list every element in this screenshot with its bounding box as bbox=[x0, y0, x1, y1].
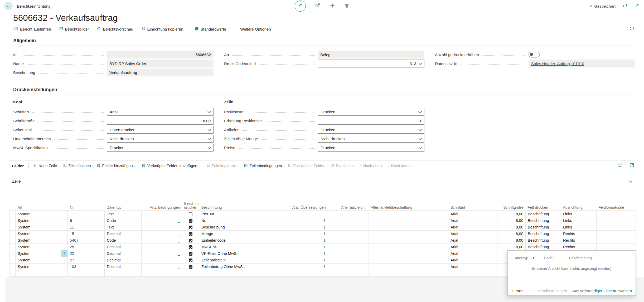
schriftart-select[interactable]: Arial bbox=[107, 108, 214, 116]
row-selector[interactable] bbox=[10, 211, 16, 217]
header-alternativfeldbeschriftung[interactable]: Alternativfeldbeschriftung bbox=[369, 201, 448, 211]
cell-art[interactable]: System bbox=[16, 257, 61, 264]
header-fett-drucken[interactable]: Fett drucken bbox=[526, 201, 561, 211]
row-selector[interactable] bbox=[10, 270, 16, 277]
cell-art[interactable]: System bbox=[16, 217, 61, 224]
cell-alternativfeldbeschriftung[interactable] bbox=[369, 244, 448, 250]
row-selector[interactable] bbox=[10, 237, 16, 244]
cell-datentyp[interactable]: Text bbox=[105, 211, 142, 217]
cell-beschriftung-drucken[interactable] bbox=[182, 231, 199, 237]
cell-alternativfeldbeschriftung[interactable] bbox=[369, 250, 448, 257]
cell-ausrichtung[interactable]: Links bbox=[561, 224, 597, 231]
cell-feldformatcode[interactable] bbox=[597, 224, 636, 231]
cell-schriftgroesse[interactable]: 8,00 bbox=[497, 217, 526, 224]
cell-anz-uebersetzungen[interactable] bbox=[289, 270, 328, 277]
add-linked-fields-button[interactable]: Verknüpfte Felder hinzufügen... bbox=[142, 163, 201, 168]
header-art[interactable]: Art bbox=[16, 201, 61, 211]
cell-anz-bedingungen[interactable]: _ bbox=[142, 211, 182, 217]
back-button[interactable]: ← bbox=[4, 2, 13, 10]
cell-anz-uebersetzungen[interactable]: 1 bbox=[289, 244, 328, 250]
header-anz-bedingungen[interactable]: Anz. Bedingungen bbox=[142, 201, 182, 211]
cell-schriftgroesse[interactable]: 8,00 bbox=[497, 244, 526, 250]
cell-alternativfeldbeschriftung[interactable] bbox=[369, 237, 448, 244]
share-button[interactable] bbox=[315, 3, 321, 9]
cell-anz-bedingungen[interactable]: _ bbox=[142, 244, 182, 250]
cell-alternativfeldnr[interactable] bbox=[328, 264, 369, 270]
cell-anz-uebersetzungen[interactable]: 1 bbox=[289, 250, 328, 257]
info-button[interactable] bbox=[630, 26, 634, 32]
row-menu-cell[interactable] bbox=[61, 237, 68, 244]
druck-codeunit-combobox[interactable]: 313 bbox=[318, 60, 424, 67]
header-datentyp[interactable]: Datentyp bbox=[105, 201, 142, 211]
anzahl-gedruckt-toggle[interactable] bbox=[529, 52, 540, 57]
cell-anz-uebersetzungen[interactable]: 1 bbox=[289, 237, 328, 244]
allgemein-title[interactable]: Allgemein bbox=[9, 38, 635, 46]
cell-nr[interactable]: 6 bbox=[68, 217, 105, 224]
cell-schriftart[interactable]: Arial bbox=[448, 224, 497, 231]
datensatz-link[interactable]: Sales Header: Auftrag,101010 bbox=[531, 61, 584, 66]
cell-datentyp[interactable]: Decimal bbox=[105, 250, 142, 257]
share-grid-button[interactable] bbox=[618, 163, 623, 169]
row-selector[interactable] bbox=[10, 264, 16, 270]
new-button[interactable] bbox=[330, 3, 335, 9]
cell-art[interactable]: System bbox=[16, 250, 61, 257]
line-conditions-button[interactable]: Zeilenbedingungen bbox=[244, 163, 282, 168]
popup-col-beschreibung[interactable]: Beschreibung bbox=[569, 256, 592, 260]
cell-schriftgroesse[interactable]: 8,00 bbox=[497, 224, 526, 231]
cell-beschriftung[interactable]: Beschreibung bbox=[199, 224, 289, 231]
checkbox[interactable] bbox=[189, 226, 192, 229]
unterschriftenbereich-select[interactable]: Nicht drucken bbox=[107, 135, 214, 143]
erhoehung-positionsnr-input[interactable]: 1 bbox=[318, 117, 424, 125]
view-selector[interactable]: Zeile bbox=[9, 177, 635, 185]
cell-anz-bedingungen[interactable]: _ bbox=[142, 217, 182, 224]
cell-ausrichtung[interactable]: Links bbox=[561, 217, 597, 224]
select-from-full-list-link[interactable]: Aus vollständiger Liste auswählen bbox=[572, 289, 632, 293]
header-feldformatcode[interactable]: Feldformatcode bbox=[597, 201, 636, 211]
cell-beschriftung-drucken[interactable] bbox=[182, 237, 199, 244]
cell-anz-uebersetzungen[interactable]: 1 bbox=[289, 217, 328, 224]
cell-beschriftung[interactable]: Nr. bbox=[199, 217, 289, 224]
row-selector[interactable] bbox=[10, 231, 16, 237]
row-selector[interactable] bbox=[10, 217, 16, 224]
cell-art[interactable]: System bbox=[16, 211, 61, 217]
cell-schriftart[interactable]: Arial bbox=[448, 264, 497, 270]
row-menu-cell[interactable] bbox=[61, 244, 68, 250]
new-record-button[interactable]: + Neu bbox=[511, 289, 524, 293]
checkbox[interactable] bbox=[189, 265, 192, 269]
cell-beschriftung-drucken[interactable] bbox=[182, 264, 199, 270]
cell-datentyp[interactable]: Text bbox=[105, 224, 142, 231]
cell-alternativfeldbeschriftung[interactable] bbox=[369, 211, 448, 217]
cell-anz-uebersetzungen[interactable]: 1 bbox=[289, 224, 328, 231]
cell-feldformatcode[interactable] bbox=[597, 237, 636, 244]
cell-datentyp[interactable]: Decimal bbox=[105, 231, 142, 237]
cell-anz-uebersetzungen[interactable]: 1 bbox=[289, 264, 328, 270]
popup-col-code[interactable]: Code ↑ bbox=[544, 256, 569, 260]
cell-ausrichtung[interactable]: Links bbox=[561, 211, 597, 217]
row-menu-cell[interactable] bbox=[61, 217, 68, 224]
cell-art[interactable] bbox=[16, 270, 61, 277]
cell-beschriftung[interactable]: Zeilenrabatt % bbox=[199, 257, 289, 264]
cell-nr[interactable]: 11 bbox=[68, 224, 105, 231]
row-selector[interactable] bbox=[10, 224, 16, 231]
cell-beschriftung[interactable]: Einheitencode bbox=[199, 237, 289, 244]
header-nr[interactable]: Nr. bbox=[68, 201, 105, 211]
artikelnr-select[interactable]: Drucken bbox=[318, 126, 424, 134]
cell-anz-bedingungen[interactable]: _ bbox=[142, 237, 182, 244]
cell-alternativfeldbeschriftung[interactable] bbox=[369, 257, 448, 264]
checkbox[interactable] bbox=[189, 212, 192, 216]
cell-nr[interactable]: 22 bbox=[68, 250, 105, 257]
new-line-button[interactable]: Neue Zeile bbox=[33, 163, 57, 168]
collapse-button[interactable] bbox=[635, 3, 640, 9]
cell-alternativfeldnr[interactable] bbox=[328, 224, 369, 231]
delete-button[interactable] bbox=[344, 3, 350, 9]
cell-schriftart[interactable] bbox=[448, 270, 497, 277]
row-menu-cell[interactable] bbox=[61, 264, 68, 270]
cell-fett-drucken[interactable]: Beschriftung bbox=[526, 224, 561, 231]
cell-datentyp[interactable] bbox=[105, 270, 142, 277]
cell-ausrichtung[interactable]: Rechts bbox=[561, 244, 597, 250]
cell-schriftart[interactable]: Arial bbox=[448, 231, 497, 237]
checkbox[interactable] bbox=[189, 252, 192, 256]
more-options-button[interactable]: Weitere Optionen bbox=[240, 27, 271, 31]
cell-art[interactable]: System bbox=[16, 224, 61, 231]
cell-feldformatcode[interactable] bbox=[597, 231, 636, 237]
